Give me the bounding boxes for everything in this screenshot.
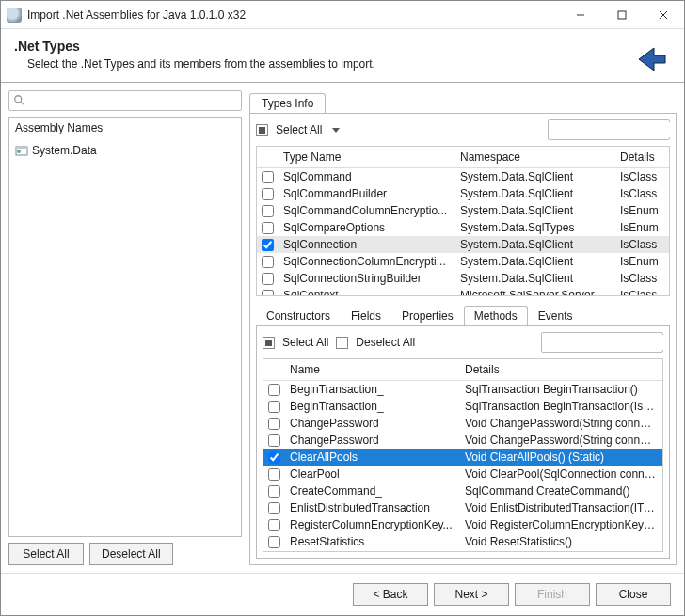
page-title: .Net Types	[14, 39, 671, 54]
row-checkbox[interactable]	[268, 519, 280, 531]
tab-methods[interactable]: Methods	[464, 306, 528, 326]
row-checkbox[interactable]	[262, 256, 274, 268]
cell: EnlistDistributedTransaction	[284, 501, 459, 514]
row-checkbox[interactable]	[268, 485, 280, 498]
table-row[interactable]: SqlConnectionColumnEncrypti...System.Dat…	[257, 253, 669, 270]
assembly-label: System.Data	[32, 144, 97, 157]
close-button[interactable]: Close	[596, 583, 671, 606]
close-window-button[interactable]	[643, 1, 684, 29]
cell: CreateCommand_	[284, 484, 459, 498]
methods-search-input[interactable]	[546, 335, 670, 350]
row-checkbox[interactable]	[268, 468, 280, 481]
assembly-item[interactable]: System.Data	[15, 142, 235, 159]
th-type-name[interactable]: Type Name	[278, 147, 454, 167]
cell: SqlConnection	[278, 238, 454, 251]
cell: IsClass	[614, 272, 669, 285]
row-checkbox[interactable]	[268, 418, 280, 430]
cell: Void ResetStatistics()	[459, 535, 662, 548]
svg-point-5	[15, 96, 22, 103]
row-checkbox[interactable]	[262, 171, 274, 183]
tab-fields[interactable]: Fields	[341, 306, 391, 326]
maximize-button[interactable]	[601, 1, 643, 29]
back-button[interactable]: < Back	[353, 583, 428, 606]
tab-events[interactable]: Events	[528, 306, 583, 326]
cell: IsClass	[614, 187, 669, 200]
cell: IsClass	[614, 170, 669, 183]
th-method-details[interactable]: Details	[459, 359, 662, 380]
svg-marker-4	[639, 48, 665, 71]
assembly-icon	[15, 144, 28, 157]
assemblies-select-all-button[interactable]: Select All	[8, 543, 84, 565]
cell: ResetStatistics	[284, 535, 459, 548]
table-row[interactable]: ResetStatisticsVoid ResetStatistics()	[263, 533, 662, 550]
cell: System.Data.SqlClient	[454, 204, 614, 217]
svg-line-6	[21, 102, 24, 105]
row-checkbox[interactable]	[268, 536, 280, 548]
tab-constructors[interactable]: Constructors	[256, 306, 341, 326]
cell: ChangePassword	[284, 434, 459, 447]
types-table-header: Type Name Namespace Details	[257, 147, 669, 168]
row-checkbox[interactable]	[262, 205, 274, 217]
types-tabpanel: Select All Type Name Namespace Details	[249, 113, 677, 565]
table-row[interactable]: ChangePasswordVoid ChangePassword(String…	[263, 415, 662, 432]
table-row[interactable]: SqlCommandColumnEncryptio...System.Data.…	[257, 202, 669, 219]
tab-properties[interactable]: Properties	[391, 306, 464, 326]
app-icon	[7, 8, 22, 23]
cell: RegisterColumnEncryptionKey...	[284, 518, 459, 531]
table-row[interactable]: SqlConnectionSystem.Data.SqlClientIsClas…	[257, 236, 669, 253]
cell: BeginTransaction_	[284, 383, 459, 396]
row-checkbox[interactable]	[262, 239, 274, 251]
types-select-all-dropdown-icon[interactable]	[332, 128, 340, 133]
cell: Void ClearAllPools() (Static)	[459, 450, 662, 464]
table-row[interactable]: SqlContextMicrosoft.SqlServer.ServerIsCl…	[257, 287, 669, 295]
row-checkbox[interactable]	[268, 502, 280, 514]
table-row[interactable]: ChangePasswordVoid ChangePassword(String…	[263, 432, 662, 449]
cell: ClearPool	[284, 467, 459, 481]
table-row[interactable]: RetrieveStatisticsIDictionary RetrieveSt…	[263, 550, 662, 551]
table-row[interactable]: BeginTransaction_SqlTransaction BeginTra…	[263, 398, 662, 415]
cell: SqlContext	[278, 289, 454, 295]
table-row[interactable]: CreateCommand_SqlCommand CreateCommand()	[263, 482, 662, 499]
types-select-all-checkbox[interactable]	[256, 124, 268, 136]
methods-deselect-all-checkbox[interactable]	[336, 337, 348, 349]
row-checkbox[interactable]	[268, 384, 280, 396]
cell: Void ChangePassword(String connectionSt.…	[459, 434, 662, 447]
methods-table-body[interactable]: BeginTransaction_SqlTransaction BeginTra…	[263, 381, 662, 551]
types-table-body[interactable]: SqlCommandSystem.Data.SqlClientIsClassSq…	[257, 168, 669, 295]
assemblies-search-input[interactable]	[26, 93, 237, 108]
table-row[interactable]: SqlCompareOptionsSystem.Data.SqlTypesIsE…	[257, 219, 669, 236]
assemblies-search[interactable]	[8, 90, 242, 111]
row-checkbox[interactable]	[268, 451, 280, 464]
row-checkbox[interactable]	[268, 434, 280, 447]
minimize-button[interactable]	[560, 1, 601, 29]
cell: IsEnum	[614, 204, 669, 217]
table-row[interactable]: ClearAllPoolsVoid ClearAllPools() (Stati…	[263, 449, 662, 466]
cell: SqlTransaction BeginTransaction()	[459, 383, 662, 396]
tab-types-info[interactable]: Types Info	[249, 93, 326, 113]
table-row[interactable]: SqlConnectionStringBuilderSystem.Data.Sq…	[257, 270, 669, 287]
row-checkbox[interactable]	[262, 273, 274, 285]
methods-select-all-checkbox[interactable]	[263, 337, 275, 349]
table-row[interactable]: SqlCommandSystem.Data.SqlClientIsClass	[257, 168, 669, 185]
th-method-name[interactable]: Name	[284, 359, 459, 380]
th-details[interactable]: Details	[614, 147, 669, 167]
types-search[interactable]	[548, 119, 670, 140]
assemblies-tree[interactable]: System.Data	[9, 138, 241, 536]
cell: SqlConnectionStringBuilder	[278, 272, 454, 285]
next-button[interactable]: Next >	[434, 583, 509, 606]
row-checkbox[interactable]	[262, 222, 274, 234]
table-row[interactable]: RegisterColumnEncryptionKey...Void Regis…	[263, 516, 662, 533]
table-row[interactable]: SqlCommandBuilderSystem.Data.SqlClientIs…	[257, 185, 669, 202]
types-search-input[interactable]	[552, 122, 677, 137]
row-checkbox[interactable]	[262, 188, 274, 200]
methods-search[interactable]	[541, 332, 663, 353]
table-row[interactable]: ClearPoolVoid ClearPool(SqlConnection co…	[263, 466, 662, 482]
table-row[interactable]: BeginTransaction_SqlTransaction BeginTra…	[263, 381, 662, 398]
row-checkbox[interactable]	[268, 401, 280, 413]
table-row[interactable]: EnlistDistributedTransactionVoid EnlistD…	[263, 499, 662, 516]
th-namespace[interactable]: Namespace	[454, 147, 614, 167]
finish-button[interactable]: Finish	[515, 583, 590, 606]
row-checkbox[interactable]	[262, 290, 274, 296]
assemblies-deselect-all-button[interactable]: Deselect All	[89, 543, 173, 565]
cell: Void RegisterColumnEncryptionKeyStorePr.…	[459, 518, 662, 531]
